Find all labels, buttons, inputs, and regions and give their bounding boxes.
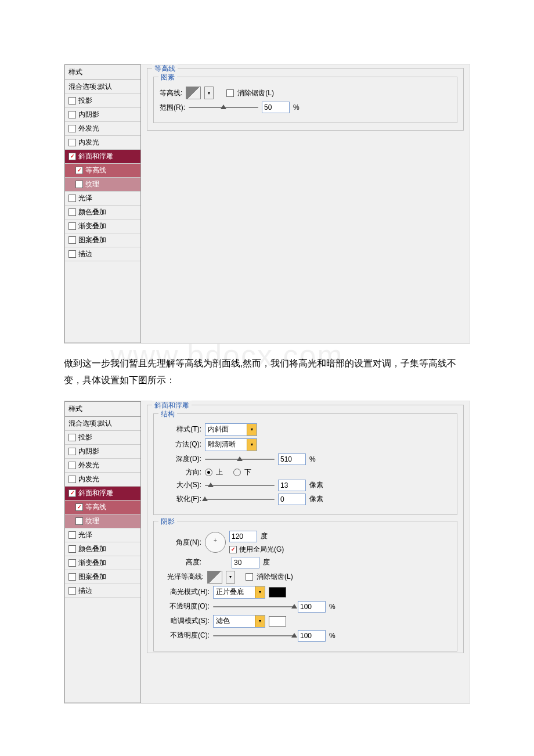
style-select[interactable]: 内斜面 ▾ xyxy=(205,423,257,436)
style-gradient-overlay[interactable]: 渐变叠加 xyxy=(65,219,140,233)
checkbox-icon[interactable] xyxy=(68,545,76,553)
method-select[interactable]: 雕刻清晰 ▾ xyxy=(205,438,257,451)
highlight-color-swatch[interactable] xyxy=(269,587,286,597)
angle-input[interactable] xyxy=(229,531,257,542)
hi-opacity-label: 不透明度(O): xyxy=(160,602,210,611)
chevron-down-icon[interactable]: ▾ xyxy=(255,615,265,627)
checkbox-icon[interactable] xyxy=(68,587,76,595)
direction-label: 方向: xyxy=(160,467,201,477)
checkbox-icon[interactable] xyxy=(68,448,76,455)
checkbox-icon[interactable] xyxy=(68,250,76,258)
structure-fieldset: 结构 样式(T): 内斜面 ▾ 方法(Q): 雕刻清晰 ▾ xyxy=(153,413,457,515)
gloss-contour-swatch[interactable] xyxy=(207,571,222,584)
style-pattern-overlay-2[interactable]: 图案叠加 xyxy=(65,570,140,584)
sh-opacity-slider[interactable] xyxy=(213,634,294,638)
altitude-input[interactable] xyxy=(232,557,259,568)
style-drop-shadow[interactable]: 投影 xyxy=(65,94,140,108)
style-stroke-2[interactable]: 描边 xyxy=(65,584,140,598)
checkbox-icon[interactable] xyxy=(68,139,76,146)
style-gradient-overlay-2[interactable]: 渐变叠加 xyxy=(65,556,140,570)
highlight-mode-select[interactable]: 正片叠底 ▾ xyxy=(213,586,265,599)
sh-opacity-input[interactable] xyxy=(298,630,326,642)
range-slider[interactable] xyxy=(189,106,258,109)
angle-unit: 度 xyxy=(261,531,268,541)
blend-options-item-2[interactable]: 混合选项:默认 xyxy=(65,417,140,431)
styles-list-panel: 样式 混合选项:默认 投影 内阴影 外发光 内发光 斜面和浮雕 等高线 纹理 光… xyxy=(64,64,141,343)
style-contour[interactable]: 等高线 xyxy=(65,164,140,178)
checkbox-icon[interactable] xyxy=(68,559,76,567)
checkbox-icon[interactable] xyxy=(68,531,76,539)
checkbox-icon[interactable] xyxy=(68,573,76,581)
style-inner-glow[interactable]: 内发光 xyxy=(65,136,140,150)
checkbox-icon[interactable] xyxy=(68,462,76,469)
style-outer-glow[interactable]: 外发光 xyxy=(65,122,140,136)
contour-fieldset: 等高线 图素 等高线: ▾ 消除锯齿(L) 范围(R): xyxy=(147,68,464,131)
style-color-overlay-2[interactable]: 颜色叠加 xyxy=(65,542,140,556)
size-slider[interactable] xyxy=(205,484,275,487)
style-stroke[interactable]: 描边 xyxy=(65,247,140,261)
soften-label: 软化(F): xyxy=(160,494,201,504)
checkbox-icon[interactable] xyxy=(68,236,76,244)
dropdown-arrow-icon[interactable]: ▾ xyxy=(226,571,235,584)
dir-up-label: 上 xyxy=(216,467,223,477)
checkbox-icon[interactable] xyxy=(68,489,76,497)
direction-down-radio[interactable] xyxy=(233,469,241,476)
checkbox-icon[interactable] xyxy=(75,181,83,188)
chevron-down-icon[interactable]: ▾ xyxy=(255,586,265,598)
hi-opacity-slider[interactable] xyxy=(213,605,294,609)
structure-legend: 结构 xyxy=(158,409,177,419)
size-input[interactable] xyxy=(278,480,306,491)
checkbox-icon[interactable] xyxy=(68,208,76,216)
style-contour-2[interactable]: 等高线 xyxy=(65,501,140,514)
blend-options-item[interactable]: 混合选项:默认 xyxy=(65,80,140,94)
style-bevel-emboss-2[interactable]: 斜面和浮雕 xyxy=(65,487,140,501)
checkbox-icon[interactable] xyxy=(68,97,76,105)
soften-unit: 像素 xyxy=(309,494,323,504)
shadow-mode-select[interactable]: 滤色 ▾ xyxy=(213,615,265,628)
style-color-overlay[interactable]: 颜色叠加 xyxy=(65,206,140,219)
contour-settings-panel: 等高线 图素 等高线: ▾ 消除锯齿(L) 范围(R): xyxy=(141,64,470,343)
style-satin[interactable]: 光泽 xyxy=(65,192,140,206)
style-label: 样式(T): xyxy=(160,424,201,434)
style-satin-2[interactable]: 光泽 xyxy=(65,528,140,542)
chevron-down-icon[interactable]: ▾ xyxy=(247,424,257,435)
soften-input[interactable] xyxy=(278,494,306,505)
chevron-down-icon[interactable]: ▾ xyxy=(247,439,257,451)
checkbox-icon[interactable] xyxy=(75,167,83,174)
style-inner-glow-2[interactable]: 内发光 xyxy=(65,473,140,487)
checkbox-icon[interactable] xyxy=(68,195,76,202)
hi-opacity-input[interactable] xyxy=(298,601,326,613)
style-texture-2[interactable]: 纹理 xyxy=(65,514,140,528)
checkbox-icon[interactable] xyxy=(68,222,76,230)
checkbox-icon[interactable] xyxy=(68,476,76,483)
direction-up-radio[interactable] xyxy=(205,469,212,476)
range-input[interactable] xyxy=(262,102,290,113)
checkbox-icon[interactable] xyxy=(68,153,76,160)
shadow-color-swatch[interactable] xyxy=(269,616,286,627)
dropdown-arrow-icon[interactable]: ▾ xyxy=(204,87,214,99)
style-inner-shadow-2[interactable]: 内阴影 xyxy=(65,445,140,459)
gloss-antialias-label: 消除锯齿(L) xyxy=(257,572,293,582)
checkbox-icon[interactable] xyxy=(68,111,76,118)
range-label: 范围(R): xyxy=(160,103,185,113)
gloss-antialias-checkbox[interactable] xyxy=(246,573,253,581)
elements-fieldset: 图素 等高线: ▾ 消除锯齿(L) 范围(R): xyxy=(153,77,457,123)
contour-swatch[interactable] xyxy=(186,87,201,99)
checkbox-icon[interactable] xyxy=(75,503,83,511)
checkbox-icon[interactable] xyxy=(68,125,76,132)
style-outer-glow-2[interactable]: 外发光 xyxy=(65,459,140,473)
angle-globe-icon[interactable]: + xyxy=(205,532,226,553)
depth-input[interactable] xyxy=(278,453,306,465)
soften-slider[interactable] xyxy=(205,498,275,501)
antialias-checkbox[interactable] xyxy=(226,89,234,97)
checkbox-icon[interactable] xyxy=(68,434,76,441)
style-inner-shadow[interactable]: 内阴影 xyxy=(65,108,140,122)
global-light-checkbox[interactable] xyxy=(229,546,237,553)
style-pattern-overlay[interactable]: 图案叠加 xyxy=(65,233,140,247)
altitude-unit: 度 xyxy=(263,557,270,567)
style-drop-shadow-2[interactable]: 投影 xyxy=(65,431,140,445)
style-texture[interactable]: 纹理 xyxy=(65,178,140,192)
depth-slider[interactable] xyxy=(205,458,275,461)
checkbox-icon[interactable] xyxy=(75,517,83,525)
style-bevel-emboss[interactable]: 斜面和浮雕 xyxy=(65,150,140,164)
